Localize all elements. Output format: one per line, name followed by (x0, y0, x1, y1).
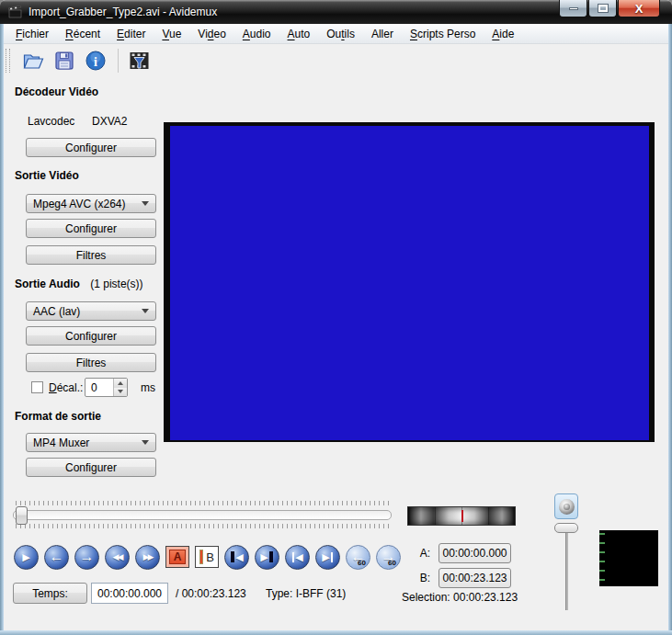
audio-shift-spinner[interactable]: 0 (85, 378, 128, 397)
volume-slider-handle[interactable] (554, 523, 578, 533)
window-title: Import_Grabber_Type2.avi - Avidemux (28, 6, 217, 18)
first-frame-button[interactable]: ◀ (285, 545, 310, 570)
volume-slider-track[interactable] (565, 526, 568, 610)
section-audio-output-title: Sortie Audio (1 piste(s)) (15, 278, 143, 290)
section-video-output-title: Sortie Vidéo (15, 169, 79, 182)
toolbar-separator (118, 49, 119, 73)
next-black-frame-button[interactable]: ▶ (255, 545, 279, 570)
menu-video[interactable]: Video (189, 26, 234, 42)
menu-vue[interactable]: Vue (154, 26, 189, 42)
menu-editer[interactable]: Editer (108, 26, 154, 42)
prev-frame-icon: ← (50, 550, 64, 564)
selection-duration: Selection: 00:00:23.123 (402, 591, 518, 604)
open-folder-icon (22, 50, 45, 72)
time-mode-button[interactable]: Temps: (13, 583, 87, 604)
chevron-down-icon (142, 201, 149, 206)
prev-keyframe-button[interactable]: ◀◀ (105, 545, 130, 570)
app-clapperboard-icon (8, 6, 23, 19)
audio-track-count: (1 piste(s)) (90, 278, 142, 290)
information-button[interactable]: i (81, 47, 110, 74)
transport-controls: ▶←→◀◀▶▶AB◀▶◀▶←60→60 (14, 544, 401, 570)
menu-outils[interactable]: Outils (318, 26, 363, 42)
video-codec-select[interactable]: Mpeg4 AVC (x264) (26, 194, 156, 213)
slider-groove[interactable] (13, 510, 392, 520)
video-filter-icon (128, 50, 151, 72)
marker-b-field[interactable]: 00:00:23.123 (439, 568, 511, 588)
vu-meter (599, 530, 658, 586)
last-frame-button[interactable]: ▶ (315, 545, 340, 570)
menu-bar: FichierRécentEditerVueVideoAudioAutoOuti… (0, 24, 672, 44)
speaker-icon (559, 499, 575, 515)
marker-b-button[interactable]: B (195, 546, 219, 568)
section-video-decoder-title: Décodeur Vidéo (15, 85, 98, 98)
marker-a-button[interactable]: A (165, 546, 189, 568)
decoder-codec-label: Lavcodec (28, 115, 74, 128)
video-preview-frame (164, 122, 655, 442)
video-filters-panel-button[interactable]: Filtres (26, 245, 156, 265)
window-border-left (0, 24, 4, 635)
menu-scripts-perso[interactable]: Scripts Perso (402, 26, 484, 42)
audio-shift-value: 0 (85, 379, 113, 396)
marker-a-field[interactable]: 00:00:00.000 (439, 543, 511, 563)
next-keyframe-icon: ▶▶ (143, 553, 153, 561)
current-time-input[interactable] (91, 583, 168, 604)
seek-slider[interactable] (13, 501, 392, 530)
prev-keyframe-icon: ◀◀ (113, 553, 122, 561)
close-button[interactable]: X (618, 0, 660, 17)
window-controls: X (558, 0, 660, 17)
section-output-format-title: Format de sortie (15, 410, 101, 423)
avidemux-window: Import_Grabber_Type2.avi - Avidemux X Fi… (0, 0, 672, 635)
menu-aide[interactable]: Aide (484, 26, 522, 42)
slider-handle[interactable] (16, 506, 28, 525)
next-black-frame-icon: ▶ (260, 552, 268, 562)
save-button[interactable] (50, 47, 79, 74)
muxer-select[interactable]: MP4 Muxer (26, 433, 156, 452)
next-keyframe-button[interactable]: ▶▶ (135, 545, 160, 570)
jog-wheel[interactable] (407, 506, 516, 526)
spinner-arrows[interactable] (113, 379, 127, 396)
forward-one-minute-button[interactable]: →60 (376, 545, 401, 570)
menu-aller[interactable]: Aller (363, 26, 402, 42)
info-icon: i (85, 50, 107, 72)
marker-b-icon: B (206, 550, 214, 564)
slider-ticks-bottom (16, 524, 389, 528)
muxer-value: MP4 Muxer (33, 437, 89, 449)
next-frame-button[interactable]: → (74, 545, 99, 570)
prev-frame-button[interactable]: ← (44, 545, 69, 570)
marker-a-icon: A (169, 550, 186, 564)
audio-configure-button[interactable]: Configurer (26, 326, 156, 346)
play-icon: ▶ (22, 552, 29, 562)
menu-recent[interactable]: Récent (57, 26, 108, 42)
audio-filters-button[interactable]: Filtres (26, 353, 156, 372)
spinner-down-icon[interactable] (114, 388, 127, 397)
close-icon: X (635, 3, 644, 15)
menu-auto[interactable]: Auto (279, 26, 319, 42)
mute-button[interactable] (554, 493, 578, 519)
video-filters-button[interactable] (124, 47, 154, 74)
maximize-icon (598, 5, 608, 12)
prev-black-frame-icon: ◀ (235, 552, 243, 562)
open-button[interactable] (18, 47, 48, 74)
minimize-button[interactable] (559, 0, 587, 17)
window-border-right (668, 24, 672, 635)
back-one-minute-button[interactable]: ←60 (346, 545, 370, 570)
spinner-up-icon[interactable] (114, 379, 127, 388)
slider-ticks-top (16, 501, 389, 505)
audio-codec-value: AAC (lav) (33, 305, 80, 318)
minimize-icon (569, 7, 578, 10)
play-button[interactable]: ▶ (14, 545, 39, 570)
menu-audio[interactable]: Audio (234, 26, 279, 42)
toolbar: i (0, 44, 672, 77)
menu-fichier[interactable]: Fichier (7, 26, 57, 42)
audio-codec-select[interactable]: AAC (lav) (26, 301, 156, 321)
toolbar-drag-handle[interactable] (6, 49, 10, 73)
audio-shift-checkbox[interactable] (31, 381, 43, 393)
maximize-button[interactable] (588, 0, 617, 17)
marker-a-label: A: (404, 547, 430, 560)
marker-b-label: B: (404, 572, 430, 584)
decoder-configure-button[interactable]: Configurer (26, 138, 156, 157)
muxer-configure-button[interactable]: Configurer (26, 458, 156, 477)
video-configure-button[interactable]: Configurer (26, 219, 156, 238)
prev-black-frame-button[interactable]: ◀ (224, 545, 249, 570)
marker-b-strip-icon (199, 550, 203, 564)
